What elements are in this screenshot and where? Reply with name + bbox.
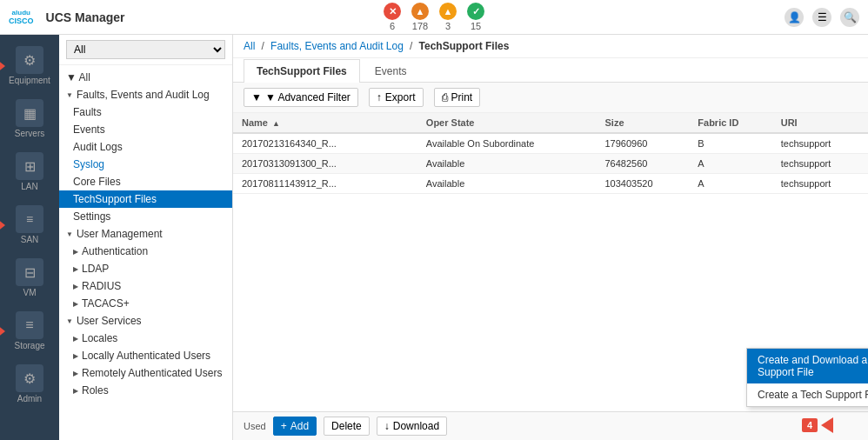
nav-tree: ▼ All ▼ Faults, Events and Audit Log Fau… <box>59 65 232 403</box>
cell-size: 17960960 <box>597 133 690 154</box>
alert-major[interactable]: ▲ 178 <box>411 3 429 31</box>
alert-icon-minor: ▲ <box>439 3 457 20</box>
alert-icon-info: ✓ <box>467 3 484 20</box>
nav-right-icons: 👤 ☰ 🔍 <box>785 8 859 27</box>
content-area: All / Faults, Events and Audit Log / Tec… <box>233 35 868 440</box>
main-layout: ⚙ Equipment ▦ Servers ⊞ LAN ≡ SAN ⊟ VM ≡… <box>0 35 868 440</box>
lan-icon: ⊞ <box>16 152 43 180</box>
cisco-logo-bottom: CISCO <box>9 17 34 25</box>
download-label: Download <box>393 420 439 432</box>
nav-item-all[interactable]: ▼ All <box>59 69 232 86</box>
cell-uri: techsupport <box>772 133 868 154</box>
cell-fabric-id: A <box>689 174 771 194</box>
cell-spacer <box>392 133 417 154</box>
nav-item-user-services[interactable]: ▼ User Services <box>59 312 232 330</box>
alert-icon-major: ▲ <box>411 3 429 20</box>
nav-item-local-users[interactable]: ▶ Locally Authenticated Users <box>59 347 232 364</box>
nav-item-audit-logs[interactable]: Audit Logs <box>59 138 232 156</box>
nav-dropdown-container: All <box>59 35 232 65</box>
nav-item-user-management[interactable]: ▼ User Management <box>59 225 232 243</box>
servers-label: Servers <box>15 129 44 138</box>
table-row[interactable]: 20170811143912_R... Available 103403520 … <box>233 174 868 194</box>
breadcrumb-faults[interactable]: Faults, Events and Audit Log <box>270 40 404 52</box>
add-label: Add <box>290 420 309 432</box>
export-icon: ↑ <box>377 91 382 103</box>
table-row[interactable]: 20170213164340_R... Available On Subordi… <box>233 133 868 154</box>
download-icon: ↓ <box>384 420 390 432</box>
breadcrumb-current: TechSupport Files <box>419 40 510 52</box>
col-fabric-id[interactable]: Fabric ID <box>689 113 771 133</box>
admin-label: Admin <box>17 394 42 403</box>
storage-icon: ≡ <box>16 311 43 339</box>
cell-spacer <box>392 174 417 194</box>
cell-uri: techsupport <box>772 174 868 194</box>
col-size[interactable]: Size <box>597 113 690 133</box>
nav-item-syslog[interactable]: Syslog <box>59 156 232 173</box>
advanced-filter-button[interactable]: ▼ ▼ Advanced Filter <box>244 88 358 107</box>
nav-item-techsupport-files[interactable]: TechSupport Files <box>59 190 232 208</box>
delete-button[interactable]: Delete <box>324 417 370 436</box>
sidebar-item-san[interactable]: ≡ SAN <box>0 198 59 251</box>
table-row[interactable]: 20170313091300_R... Available 76482560 A… <box>233 154 868 174</box>
equipment-arrow <box>0 59 5 73</box>
nav-item-ldap[interactable]: ▶ LDAP <box>59 260 232 277</box>
left-sidebar: ⚙ Equipment ▦ Servers ⊞ LAN ≡ SAN ⊟ VM ≡… <box>0 35 59 440</box>
top-nav: aludu CISCO UCS Manager ✕ 6 ▲ 178 ▲ 3 ✓ … <box>0 0 868 35</box>
nav-item-faults[interactable]: Faults <box>59 103 232 121</box>
tab-events[interactable]: Events <box>362 59 420 83</box>
print-label: Print <box>451 91 473 103</box>
nav-item-locales[interactable]: ▶ Locales <box>59 330 232 347</box>
nav-panel: All ▼ All ▼ Faults, Events and Audit Log… <box>59 35 233 440</box>
breadcrumb-sep-1: / <box>261 40 267 52</box>
print-icon: ⎙ <box>442 91 448 103</box>
nav-item-roles[interactable]: ▶ Roles <box>59 382 232 399</box>
servers-icon: ▦ <box>16 99 43 127</box>
sidebar-item-storage[interactable]: ≡ Storage <box>0 304 59 357</box>
sidebar-item-servers[interactable]: ▦ Servers <box>0 92 59 145</box>
col-name[interactable]: Name ▲ <box>233 113 392 133</box>
add-button[interactable]: + Add <box>273 417 317 436</box>
menu-item-create-download[interactable]: Create and Download a Tech Support File <box>747 349 868 383</box>
storage-arrow <box>0 324 5 338</box>
alert-minor[interactable]: ▲ 3 <box>439 3 457 31</box>
cell-spacer <box>392 154 417 174</box>
menu-icon[interactable]: ☰ <box>812 8 831 27</box>
alert-info[interactable]: ✓ 15 <box>467 3 484 31</box>
app-title: UCS Manager <box>46 10 125 24</box>
techsupport-table: Name ▲ Oper State Size Fabric ID URI 201… <box>233 113 868 194</box>
tab-techsupport[interactable]: TechSupport Files <box>244 59 360 83</box>
col-oper-state[interactable]: Oper State <box>417 113 597 133</box>
sidebar-item-equipment[interactable]: ⚙ Equipment <box>0 39 59 92</box>
search-icon[interactable]: 🔍 <box>840 8 859 27</box>
nav-item-radius[interactable]: ▶ RADIUS <box>59 277 232 295</box>
download-button[interactable]: ↓ Download <box>377 417 447 436</box>
user-icon[interactable]: 👤 <box>785 8 804 27</box>
nav-item-settings[interactable]: Settings <box>59 208 232 225</box>
col-uri[interactable]: URI <box>772 113 868 133</box>
print-button[interactable]: ⎙ Print <box>434 88 481 107</box>
nav-item-faults-events[interactable]: ▼ Faults, Events and Audit Log <box>59 86 232 103</box>
breadcrumb-all[interactable]: All <box>244 40 255 52</box>
nav-item-tacacs[interactable]: ▶ TACACS+ <box>59 295 232 312</box>
bottom-bar: Used + Add Delete ↓ Download Create and … <box>233 411 868 440</box>
nav-item-remote-users[interactable]: ▶ Remotely Authenticated Users <box>59 364 232 382</box>
nav-item-events[interactable]: Events <box>59 121 232 138</box>
arrow-4-left <box>821 417 833 433</box>
sidebar-item-vm[interactable]: ⊟ VM <box>0 251 59 304</box>
export-button[interactable]: ↑ Export <box>369 88 424 107</box>
alert-critical[interactable]: ✕ 6 <box>384 3 401 31</box>
nav-item-authentication[interactable]: ▶ Authentication <box>59 243 232 260</box>
cell-name: 20170811143912_R... <box>233 174 392 194</box>
nav-dropdown-select[interactable]: All <box>66 40 225 59</box>
menu-item-create[interactable]: Create a Tech Support File <box>747 383 868 406</box>
tabs-bar: TechSupport Files Events <box>233 58 868 83</box>
cell-fabric-id: B <box>689 133 771 154</box>
cell-fabric-id: A <box>689 154 771 174</box>
sidebar-item-admin[interactable]: ⚙ Admin <box>0 357 59 410</box>
alert-icon-critical: ✕ <box>384 3 401 20</box>
vm-label: VM <box>23 288 37 297</box>
sidebar-item-lan[interactable]: ⊞ LAN <box>0 145 59 198</box>
nav-item-core-files[interactable]: Core Files <box>59 173 232 190</box>
used-text: Used <box>244 421 266 431</box>
cell-size: 76482560 <box>597 154 690 174</box>
